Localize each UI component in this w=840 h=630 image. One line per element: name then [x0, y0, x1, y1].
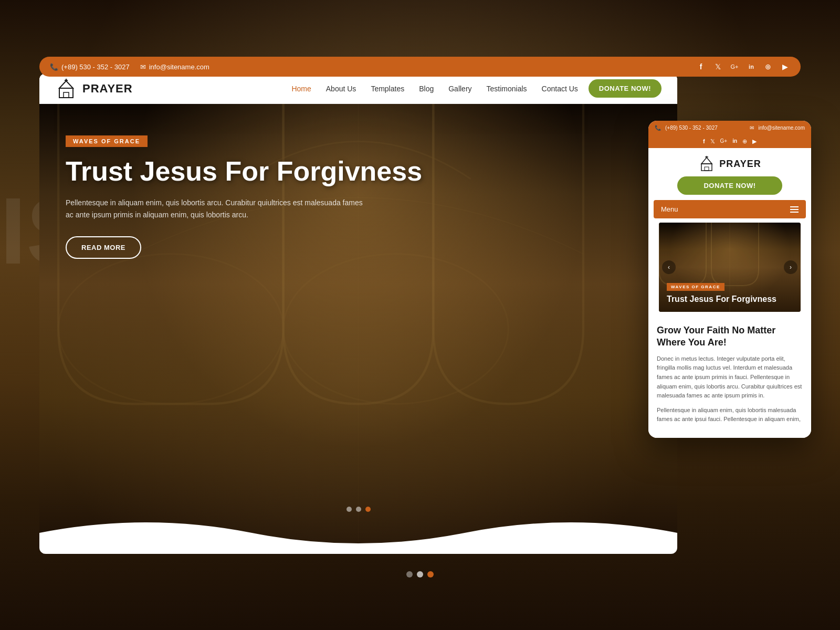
donate-button[interactable]: DONATE NOW! [589, 79, 662, 98]
linkedin-icon[interactable]: in [746, 61, 757, 72]
page-dot-1[interactable] [406, 571, 413, 578]
facebook-icon[interactable]: f [696, 61, 706, 72]
slider-dots [346, 507, 371, 512]
slider-dot-1[interactable] [346, 507, 352, 512]
mobile-prev-arrow[interactable]: ‹ [662, 260, 676, 274]
page-dot-2[interactable] [417, 571, 423, 578]
mobile-waves-badge: WAVES OF GRACE [667, 283, 724, 291]
mobile-content-section: Grow Your Faith No Matter Where You Are!… [648, 316, 811, 438]
hamburger-line-2 [790, 209, 799, 210]
slider-dot-2[interactable] [356, 507, 361, 512]
mobile-section-title: Grow Your Faith No Matter Where You Are! [657, 324, 803, 349]
mobile-menu-bar[interactable]: Menu [654, 200, 806, 218]
svg-point-6 [284, 254, 509, 404]
email-icon: ✉ [140, 63, 146, 71]
twitter-icon[interactable]: 𝕏 [712, 61, 723, 72]
rss-icon[interactable]: ⊕ [763, 61, 773, 72]
youtube-icon[interactable]: ▶ [780, 61, 790, 72]
top-bar-contact: 📞 (+89) 530 - 352 - 3027 ✉ info@sitename… [50, 63, 209, 71]
phone-icon: 📞 [50, 63, 58, 71]
nav-links: Home About Us Templates Blog Gallery Tes… [291, 85, 578, 93]
mobile-social-bar: f 𝕏 G+ in ⊕ ▶ [648, 135, 811, 148]
hero-section: WAVES OF GRACE Trust Jesus For Forgivnes… [39, 104, 677, 554]
mobile-donate-area: DONATE NOW! [648, 176, 811, 200]
svg-point-5 [58, 254, 283, 404]
phone-number: (+89) 530 - 352 - 3027 [61, 63, 130, 71]
mobile-facebook-icon[interactable]: f [703, 138, 705, 145]
hamburger-line-3 [790, 212, 799, 213]
mobile-twitter-icon[interactable]: 𝕏 [710, 138, 715, 145]
social-links: f 𝕏 G+ in ⊕ ▶ [696, 61, 790, 72]
hamburger-line-1 [790, 206, 799, 207]
logo: PRAYER [55, 78, 133, 100]
email-contact: ✉ info@sitename.com [140, 63, 209, 71]
wave-bottom [39, 512, 677, 554]
svg-rect-0 [59, 88, 73, 98]
church-logo-icon [55, 78, 77, 100]
nav-home[interactable]: Home [291, 85, 311, 93]
waves-badge: WAVES OF GRACE [66, 135, 148, 147]
bottom-pagination [406, 571, 434, 578]
svg-rect-12 [705, 167, 709, 171]
mobile-logo-text: PRAYER [719, 159, 761, 170]
google-plus-icon[interactable]: G+ [729, 61, 740, 72]
nav-gallery[interactable]: Gallery [448, 85, 471, 93]
mobile-hero-content: WAVES OF GRACE Trust Jesus For Forgivnes… [667, 281, 780, 304]
mobile-logo: PRAYER [648, 148, 811, 176]
mobile-email-address: info@sitename.com [758, 125, 805, 131]
mobile-linkedin-icon[interactable]: in [732, 138, 737, 145]
hero-description: Pellentesque in aliquam enim, quis lobor… [66, 197, 370, 220]
svg-marker-9 [701, 158, 712, 164]
mobile-youtube-icon[interactable]: ▶ [752, 138, 757, 145]
hamburger-icon[interactable] [790, 206, 799, 213]
mobile-rss-icon[interactable]: ⊕ [742, 138, 747, 145]
mobile-donate-button[interactable]: DONATE NOW! [677, 176, 782, 195]
mobile-section-paragraph-1: Donec in metus lectus. Integer vulputate… [657, 354, 803, 401]
page-dot-3[interactable] [427, 571, 434, 578]
top-bar: 📞 (+89) 530 - 352 - 3027 ✉ info@sitename… [39, 57, 801, 77]
mobile-phone-icon: 📞 [655, 125, 661, 131]
nav-testimonials[interactable]: Testimonials [487, 85, 527, 93]
mobile-menu-label: Menu [661, 205, 678, 213]
mobile-email-icon: ✉ [750, 125, 754, 131]
mobile-hero: ‹ › WAVES OF GRACE Trust Jesus For Forgi… [659, 223, 801, 312]
svg-rect-4 [64, 92, 69, 98]
svg-marker-1 [59, 81, 73, 88]
mobile-top-bar: 📞 (+89) 530 - 352 - 3027 ✉ info@sitename… [648, 121, 811, 135]
read-more-button[interactable]: READ MORE [66, 236, 141, 259]
slider-dot-3[interactable] [365, 507, 371, 512]
mobile-email-contact: ✉ info@sitename.com [750, 125, 805, 131]
mobile-gplus-icon[interactable]: G+ [720, 138, 728, 145]
hero-content: WAVES OF GRACE Trust Jesus For Forgivnes… [66, 135, 651, 259]
nav-contact[interactable]: Contact Us [542, 85, 578, 93]
mobile-phone-contact: 📞 (+89) 530 - 352 - 3027 [655, 125, 718, 131]
desktop-card: PRAYER Home About Us Templates Blog Gall… [39, 74, 677, 554]
mobile-next-arrow[interactable]: › [784, 260, 797, 274]
hero-title: Trust Jesus For Forgivness [66, 156, 651, 186]
nav-templates[interactable]: Templates [371, 85, 404, 93]
navbar: PRAYER Home About Us Templates Blog Gall… [39, 74, 677, 104]
mobile-section-paragraph-2: Pellentesque in aliquam enim, quis lobor… [657, 406, 803, 424]
mobile-card: 📞 (+89) 530 - 352 - 3027 ✉ info@sitename… [648, 121, 811, 438]
nav-about[interactable]: About Us [326, 85, 356, 93]
mobile-hero-wrapper: ‹ › WAVES OF GRACE Trust Jesus For Forgi… [648, 223, 811, 316]
mobile-church-logo-icon [698, 155, 715, 172]
mobile-hero-title: Trust Jesus For Forgivness [667, 294, 780, 304]
mobile-phone-number: (+89) 530 - 352 - 3027 [665, 125, 718, 131]
logo-text: PRAYER [82, 82, 133, 96]
phone-contact: 📞 (+89) 530 - 352 - 3027 [50, 63, 130, 71]
email-address: info@sitename.com [149, 63, 209, 71]
nav-blog[interactable]: Blog [419, 85, 434, 93]
